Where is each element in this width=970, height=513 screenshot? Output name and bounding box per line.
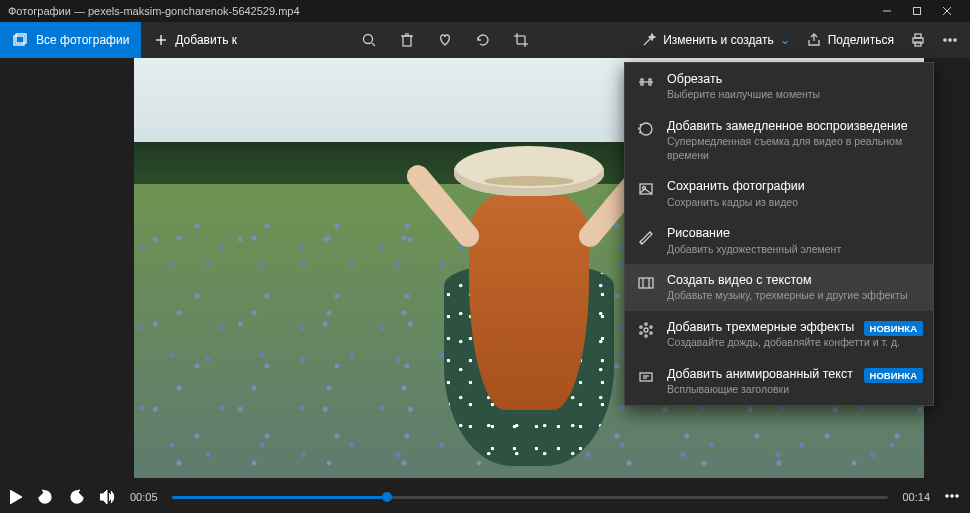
- add-to-label: Добавить к: [175, 33, 237, 47]
- toolbar: Все фотографии Добавить к Изменить и соз…: [0, 22, 970, 58]
- svg-rect-10: [403, 36, 411, 46]
- menu-sub: Всплывающие заголовки: [667, 383, 921, 397]
- total-time: 00:14: [902, 491, 930, 503]
- svg-point-36: [650, 326, 652, 328]
- menu-item-animated-text[interactable]: Добавить анимированный текстВсплывающие …: [625, 358, 933, 405]
- svg-point-27: [640, 123, 652, 135]
- new-badge: НОВИНКА: [864, 368, 923, 383]
- svg-rect-1: [914, 8, 921, 15]
- titlebar: Фотографии — pexels-maksim-goncharenok-5…: [0, 0, 970, 22]
- window-title: Фотографии — pexels-maksim-goncharenok-5…: [8, 5, 872, 17]
- create-video-icon: [637, 274, 655, 296]
- svg-rect-20: [915, 42, 921, 46]
- new-badge: НОВИНКА: [864, 321, 923, 336]
- menu-sub: Добавить художественный элемент: [667, 243, 921, 257]
- menu-title: Добавить замедленное воспроизведение: [667, 118, 921, 134]
- svg-point-22: [949, 39, 951, 41]
- svg-point-40: [640, 326, 642, 328]
- delete-icon[interactable]: [399, 32, 415, 48]
- zoom-icon[interactable]: [361, 32, 377, 48]
- controls-more-icon[interactable]: [944, 488, 960, 506]
- all-photos-button[interactable]: Все фотографии: [0, 22, 141, 58]
- svg-point-50: [956, 495, 959, 498]
- menu-sub: Создавайте дождь, добавляйте конфетти и …: [667, 336, 921, 350]
- plus-icon: [153, 32, 169, 48]
- menu-title: Сохранить фотографии: [667, 178, 921, 194]
- volume-button[interactable]: [100, 490, 116, 504]
- menu-item-slowmo[interactable]: Добавить замедленное воспроизведениеСупе…: [625, 110, 933, 171]
- svg-point-39: [640, 332, 642, 334]
- share-button[interactable]: Поделиться: [806, 32, 894, 48]
- svg-rect-31: [639, 278, 653, 288]
- svg-marker-47: [100, 490, 107, 504]
- svg-rect-41: [640, 373, 652, 381]
- svg-marker-44: [10, 490, 22, 504]
- svg-point-37: [650, 332, 652, 334]
- menu-sub: Выберите наилучшие моменты: [667, 88, 921, 102]
- svg-text:10: 10: [42, 495, 49, 501]
- favorite-icon[interactable]: [437, 32, 453, 48]
- svg-point-34: [644, 328, 648, 332]
- edit-create-label: Изменить и создать: [663, 33, 774, 47]
- save-photos-icon: [637, 180, 655, 202]
- player-controls: 10 30 00:05 00:14: [0, 481, 970, 513]
- menu-item-3d-effects[interactable]: Добавить трехмерные эффектыСоздавайте до…: [625, 311, 933, 358]
- svg-point-23: [954, 39, 956, 41]
- svg-point-8: [364, 35, 373, 44]
- chevron-down-icon: ⌄: [780, 33, 790, 47]
- svg-line-17: [644, 38, 651, 45]
- slowmo-icon: [637, 120, 655, 142]
- draw-icon: [637, 227, 655, 249]
- menu-item-trim[interactable]: ОбрезатьВыберите наилучшие моменты: [625, 63, 933, 110]
- svg-rect-19: [915, 34, 921, 38]
- svg-text:30: 30: [74, 495, 81, 501]
- maximize-button[interactable]: [902, 0, 932, 22]
- svg-point-49: [951, 495, 954, 498]
- skip-forward-button[interactable]: 30: [68, 488, 86, 506]
- svg-point-38: [645, 335, 647, 337]
- current-time: 00:05: [130, 491, 158, 503]
- animated-text-icon: [637, 368, 655, 390]
- svg-line-30: [640, 242, 642, 244]
- add-to-button[interactable]: Добавить к: [141, 32, 249, 48]
- menu-title: Рисование: [667, 225, 921, 241]
- play-button[interactable]: [10, 490, 22, 504]
- collection-icon: [12, 32, 28, 48]
- more-icon[interactable]: [942, 32, 958, 48]
- edit-create-menu: ОбрезатьВыберите наилучшие моменты Добав…: [624, 62, 934, 406]
- menu-sub: Добавьте музыку, трехмерные и другие эфф…: [667, 289, 921, 303]
- timeline-slider[interactable]: [172, 496, 889, 499]
- menu-sub: Сохранить кадры из видео: [667, 196, 921, 210]
- menu-item-create-video[interactable]: Создать видео с текстомДобавьте музыку, …: [625, 264, 933, 311]
- svg-point-21: [944, 39, 946, 41]
- svg-point-35: [645, 323, 647, 325]
- menu-title: Создать видео с текстом: [667, 272, 921, 288]
- close-button[interactable]: [932, 0, 962, 22]
- all-photos-label: Все фотографии: [36, 33, 129, 47]
- share-label: Поделиться: [828, 33, 894, 47]
- print-icon[interactable]: [910, 32, 926, 48]
- menu-item-draw[interactable]: РисованиеДобавить художественный элемент: [625, 217, 933, 264]
- edit-create-button[interactable]: Изменить и создать ⌄: [641, 32, 790, 48]
- minimize-button[interactable]: [872, 0, 902, 22]
- share-icon: [806, 32, 822, 48]
- svg-line-9: [372, 43, 375, 46]
- crop-icon[interactable]: [513, 32, 529, 48]
- menu-title: Обрезать: [667, 71, 921, 87]
- magic-icon: [641, 32, 657, 48]
- rotate-icon[interactable]: [475, 32, 491, 48]
- svg-point-48: [946, 495, 949, 498]
- menu-sub: Супермедленная съемка для видео в реальн…: [667, 135, 921, 162]
- menu-item-save-photos[interactable]: Сохранить фотографииСохранить кадры из в…: [625, 170, 933, 217]
- skip-back-button[interactable]: 10: [36, 488, 54, 506]
- effects-3d-icon: [637, 321, 655, 343]
- trim-icon: [637, 73, 655, 95]
